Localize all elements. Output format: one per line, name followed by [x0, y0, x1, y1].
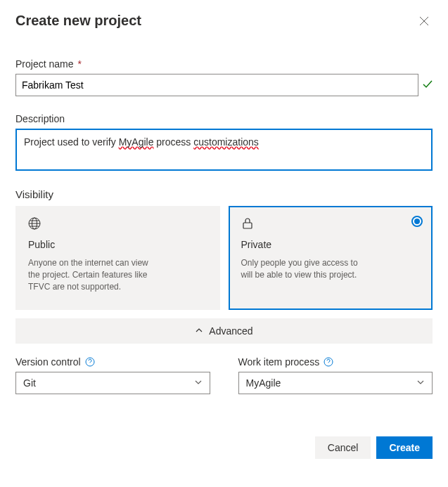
- check-icon: [423, 79, 433, 91]
- chevron-down-icon: [416, 377, 425, 389]
- required-asterisk: *: [77, 58, 81, 70]
- chevron-down-icon: [194, 377, 203, 389]
- advanced-label: Advanced: [209, 325, 252, 337]
- globe-icon: [28, 217, 207, 232]
- project-name-label: Project name: [15, 58, 73, 70]
- description-label: Description: [15, 113, 433, 124]
- chevron-up-icon: [195, 325, 203, 337]
- lock-icon: [241, 217, 421, 232]
- cancel-button[interactable]: Cancel: [315, 436, 371, 459]
- close-icon: [418, 18, 430, 29]
- svg-rect-2: [243, 223, 252, 228]
- public-description: Anyone on the internet can view the proj…: [28, 257, 155, 292]
- help-icon[interactable]: [85, 357, 95, 367]
- work-item-process-select[interactable]: MyAgile: [238, 372, 433, 394]
- help-icon[interactable]: [324, 357, 333, 367]
- private-description: Only people you give access to will be a…: [241, 257, 368, 281]
- version-control-value: Git: [23, 377, 36, 389]
- work-item-process-label: Work item process: [238, 356, 320, 368]
- dialog-title: Create new project: [15, 13, 141, 29]
- advanced-toggle[interactable]: Advanced: [15, 318, 433, 344]
- visibility-option-public[interactable]: Public Anyone on the internet can view t…: [15, 206, 220, 310]
- create-button[interactable]: Create: [376, 436, 433, 459]
- description-textarea[interactable]: [15, 129, 433, 171]
- project-name-input[interactable]: [15, 74, 418, 96]
- close-button[interactable]: [416, 13, 433, 32]
- version-control-select[interactable]: Git: [15, 372, 210, 394]
- radio-selected-icon: [411, 216, 423, 227]
- public-title: Public: [28, 239, 207, 250]
- visibility-option-private[interactable]: Private Only people you give access to w…: [229, 206, 433, 310]
- work-item-process-value: MyAgile: [246, 377, 281, 389]
- version-control-label: Version control: [15, 356, 81, 368]
- visibility-label: Visibility: [15, 188, 433, 200]
- private-title: Private: [241, 239, 421, 250]
